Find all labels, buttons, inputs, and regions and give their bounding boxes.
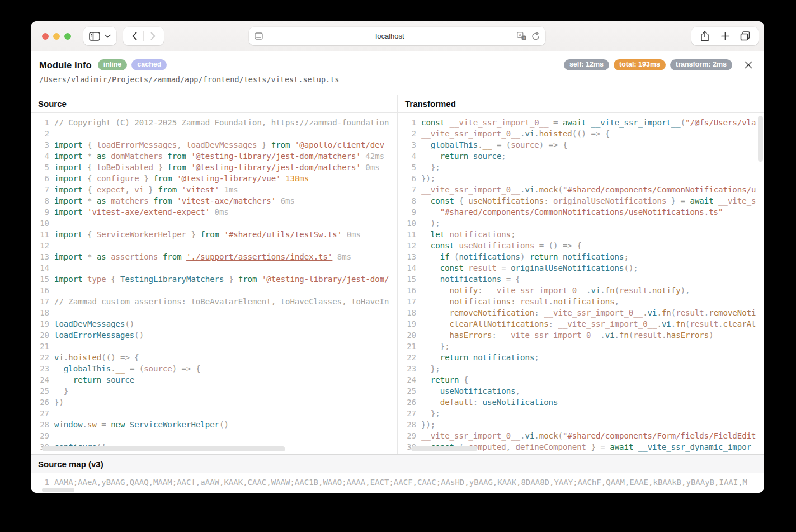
line-number: 22 — [31, 352, 54, 363]
forward-button[interactable] — [144, 29, 162, 44]
code-token: vi — [525, 431, 534, 440]
reload-icon[interactable] — [531, 32, 540, 41]
code-token: hoisted — [68, 353, 101, 362]
browser-window: localhost A x — [31, 21, 764, 493]
code-text: import { toBeDisabled } from '@testing-l… — [54, 162, 380, 173]
share-button[interactable] — [695, 29, 715, 44]
code-token — [290, 140, 294, 149]
code-token: __vite_ssr_dynamic_impor — [638, 442, 751, 451]
close-icon[interactable] — [742, 59, 755, 71]
zoom-window-button[interactable] — [64, 33, 71, 40]
transformed-horizontal-scrollbar[interactable] — [411, 446, 477, 451]
code-token — [177, 185, 181, 194]
code-token: . — [600, 286, 605, 295]
code-token — [54, 364, 64, 373]
code-text: AAMA;AAeA,yBAAG,QAAQ,MAAM;AACf,aAAW,KAAK… — [54, 477, 747, 488]
code-token — [106, 152, 111, 161]
code-text: removeNotification: __vite_ssr_import_0_… — [421, 307, 756, 318]
line-number: 8 — [31, 195, 54, 206]
line-number: 21 — [31, 341, 54, 352]
line-number: 10 — [31, 218, 54, 229]
code-token: * — [83, 152, 97, 161]
translate-icon[interactable]: A x — [517, 32, 526, 40]
code-token: ) — [709, 331, 713, 340]
code-line: 11 let notifications; — [398, 229, 764, 240]
code-token: return — [440, 353, 469, 362]
line-number: 23 — [398, 363, 421, 374]
code-token: const — [421, 118, 445, 127]
code-token: , — [615, 297, 619, 306]
code-line: 20 hasErrors: __vite_ssr_import_0__.vi.f… — [398, 329, 764, 341]
code-line: 16 — [31, 285, 397, 296]
history-nav — [123, 27, 164, 45]
code-token: loadErrorMessages — [97, 140, 177, 149]
code-text: import type { TestingLibraryMatchers } f… — [54, 274, 389, 285]
module-info-header: Module Info inline cached self: 12ms tot… — [31, 51, 764, 95]
sidebar-toggle-button[interactable] — [83, 27, 116, 45]
line-number: 4 — [31, 150, 54, 162]
code-line: 29 — [31, 430, 397, 441]
code-token: } — [257, 140, 271, 149]
code-token: '@testing-library/jest-dom/matchers' — [191, 152, 360, 161]
code-token: . — [83, 420, 87, 429]
code-token: , — [506, 442, 516, 451]
module-link[interactable]: './support/assertions/index.ts' — [186, 252, 332, 261]
transformed-vertical-scrollbar[interactable] — [758, 116, 763, 162]
code-token: import — [54, 252, 83, 261]
code-line: 19 clearAllNotifications: __vite_ssr_imp… — [398, 318, 764, 329]
code-token: } = — [586, 442, 610, 451]
code-token: clearAl — [723, 319, 756, 328]
code-token: source — [144, 364, 172, 373]
code-line: 23 }; — [398, 363, 764, 374]
minimize-window-button[interactable] — [53, 33, 60, 40]
code-token: : — [478, 286, 487, 295]
code-token — [182, 252, 186, 261]
code-token — [421, 331, 450, 340]
module-path: /Users/vladimir/Projects/zammad/app/fron… — [39, 75, 755, 84]
code-panes: Source 1// Copyright (C) 2012-2025 Zamma… — [31, 95, 764, 454]
code-token: . — [478, 140, 482, 149]
code-token: result — [619, 286, 648, 295]
line-number: 6 — [398, 173, 421, 184]
code-token: result — [676, 308, 704, 317]
code-token — [149, 196, 153, 205]
code-text: if (notifications) return notifications; — [421, 251, 629, 262]
code-token: AAMA;AAeA,yBAAG,QAAQ,MAAM;AACf,aAAW,KAAK… — [54, 478, 747, 487]
code-token: globalThis — [431, 140, 478, 149]
code-token: hoisted — [539, 129, 572, 138]
code-text: notifications = { — [421, 274, 520, 285]
transformed-code-editor[interactable]: 1const __vite_ssr_import_0__ = await __v… — [398, 113, 764, 454]
code-text: useNotifications, — [421, 385, 520, 397]
code-token: sw — [87, 420, 97, 429]
code-line: 26 default: useNotifications — [398, 397, 764, 408]
line-number: 25 — [398, 385, 421, 397]
sourcemap-horizontal-scrollbar[interactable] — [42, 488, 74, 492]
source-horizontal-scrollbar[interactable] — [42, 446, 285, 451]
sourcemap-editor[interactable]: 1AAMA;AAeA,yBAAG,QAAQ,MAAM;AACf,aAAW,KAA… — [31, 473, 764, 493]
source-code-editor[interactable]: 1// Copyright (C) 2012-2025 Zammad Found… — [31, 113, 397, 454]
code-token: . — [111, 364, 115, 373]
code-line: 14 const result = originalUseNotificatio… — [398, 262, 764, 274]
address-bar[interactable]: localhost A x — [249, 27, 545, 45]
chevron-left-icon — [132, 32, 137, 40]
code-line: 7import { expect, vi } from 'vitest' 1ms — [31, 184, 397, 195]
code-token: . — [648, 286, 652, 295]
code-token: __ — [116, 364, 125, 373]
close-window-button[interactable] — [42, 33, 49, 40]
tab-overview-button[interactable] — [735, 29, 755, 44]
transformed-pane-title: Transformed — [398, 95, 764, 113]
code-token: as — [97, 152, 106, 161]
code-token — [83, 208, 87, 216]
code-token: ( — [558, 431, 562, 440]
new-tab-button[interactable] — [715, 29, 735, 44]
code-token: = — [549, 118, 563, 127]
code-token: from — [238, 275, 257, 284]
back-button[interactable] — [125, 29, 143, 44]
cached-badge: cached — [131, 59, 167, 70]
code-token: vi — [662, 319, 671, 328]
line-number: 8 — [398, 195, 421, 206]
code-token: from — [158, 185, 177, 194]
code-line: 2__vite_ssr_import_0__.vi.hoisted(() => … — [398, 128, 764, 139]
code-text: // Zammad custom assertions: toBeAvatarE… — [54, 296, 389, 307]
line-number: 11 — [31, 229, 54, 240]
